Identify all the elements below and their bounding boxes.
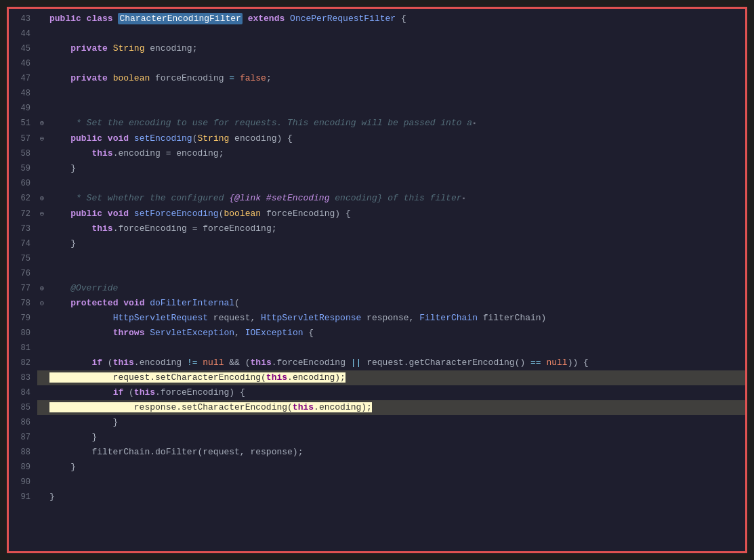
line-content — [47, 475, 745, 490]
code-line: 86 } — [9, 415, 745, 430]
code-line: 90 — [9, 475, 745, 490]
editor-container: 43public class CharacterEncodingFilter e… — [7, 7, 747, 553]
line-number: 48 — [9, 86, 37, 101]
token: request, — [208, 313, 261, 323]
line-content: this.forceEncoding = forceEncoding; — [47, 221, 745, 236]
line-number: 59 — [9, 161, 37, 176]
token: this — [293, 402, 314, 412]
fold-indicator — [37, 236, 47, 251]
line-number: 44 — [9, 26, 37, 41]
token — [49, 313, 113, 323]
line-content — [47, 26, 745, 41]
token: == — [530, 358, 541, 368]
token: || — [351, 358, 362, 368]
token — [49, 298, 70, 308]
line-content: } — [47, 460, 745, 475]
line-number: 77 — [9, 281, 37, 296]
line-content: } — [47, 415, 745, 430]
code-line: 43public class CharacterEncodingFilter e… — [9, 12, 745, 26]
fold-indicator — [37, 430, 47, 445]
line-number: 90 — [9, 475, 37, 490]
token: forceEncoding — [155, 73, 224, 83]
line-number: 72 — [9, 207, 37, 221]
fold-indicator — [37, 385, 47, 400]
token — [49, 328, 113, 338]
line-number: 85 — [9, 400, 37, 415]
line-number: 79 — [9, 311, 37, 326]
fold-indicator — [37, 56, 47, 71]
token: * Set whether the configured — [49, 193, 229, 203]
line-content: private boolean forceEncoding = false; — [47, 71, 745, 86]
line-content: response.setCharacterEncoding(this.encod… — [47, 400, 745, 415]
token: request.setCharacterEncoding( — [49, 372, 266, 383]
code-line: 88 filterChain.doFilter(request, respons… — [9, 445, 745, 460]
token: public — [49, 14, 87, 24]
line-number: 87 — [9, 430, 37, 445]
token: private — [70, 73, 112, 83]
code-line: 45 private String encoding; — [9, 41, 745, 56]
code-line: 77⊕ @Override — [9, 281, 745, 296]
token: FilterChain — [419, 313, 478, 323]
token: ▪ — [472, 120, 476, 127]
token: != — [187, 358, 198, 368]
token: null — [203, 358, 224, 368]
line-content: } — [47, 430, 745, 445]
token: && ( — [224, 358, 251, 368]
token — [49, 73, 70, 83]
fold-indicator[interactable]: ⊕ — [37, 116, 47, 131]
token: request.getCharacterEncoding() — [361, 358, 530, 368]
token: OncePerRequestFilter — [290, 14, 396, 24]
token: void — [123, 298, 150, 308]
fold-indicator — [37, 370, 47, 385]
code-line: 49 — [9, 101, 745, 116]
token: .forceEncoding — [272, 358, 351, 368]
code-line: 84 if (this.forceEncoding) { — [9, 385, 745, 400]
token: @Override — [49, 283, 118, 293]
line-content: protected void doFilterInternal( — [47, 296, 745, 311]
token: encoding) { — [229, 133, 293, 144]
token: throws — [113, 328, 150, 338]
line-number: 74 — [9, 236, 37, 251]
token: null — [546, 358, 567, 368]
line-number: 43 — [9, 12, 37, 26]
fold-indicator — [37, 311, 47, 326]
fold-indicator — [37, 71, 47, 86]
code-line: 87 } — [9, 430, 745, 445]
token: String — [197, 133, 229, 144]
code-line: 57⊖ public void setEncoding(String encod… — [9, 131, 745, 146]
line-content: public class CharacterEncodingFilter ext… — [47, 12, 745, 26]
line-content — [47, 251, 745, 266]
line-content: @Override — [47, 281, 745, 296]
fold-indicator[interactable]: ⊖ — [37, 207, 47, 221]
line-number: 84 — [9, 385, 37, 400]
token: filterChain) — [478, 313, 546, 323]
token: if — [113, 387, 124, 397]
fold-indicator[interactable]: ⊖ — [37, 131, 47, 146]
token: } — [49, 432, 97, 442]
fold-indicator — [37, 460, 47, 475]
code-line: 60 — [9, 176, 745, 191]
token: protected — [70, 298, 123, 308]
fold-indicator — [37, 26, 47, 41]
line-number: 91 — [9, 490, 37, 504]
fold-indicator — [37, 251, 47, 266]
token: ( — [123, 387, 134, 397]
token — [49, 358, 91, 368]
fold-indicator — [37, 86, 47, 101]
fold-indicator — [37, 101, 47, 116]
line-number: 80 — [9, 326, 37, 341]
fold-indicator[interactable]: ⊖ — [37, 296, 47, 311]
line-number: 57 — [9, 131, 37, 146]
fold-indicator — [37, 12, 47, 26]
fold-indicator[interactable]: ⊕ — [37, 281, 47, 296]
line-content — [47, 341, 745, 356]
token: { — [396, 14, 406, 24]
line-number: 62 — [9, 191, 37, 207]
token: } — [49, 238, 76, 249]
token: {@link #setEncoding — [229, 193, 329, 203]
line-number: 47 — [9, 71, 37, 86]
token: boolean — [224, 209, 266, 219]
code-line: 80 throws ServletException, IOException … — [9, 326, 745, 341]
fold-indicator — [37, 356, 47, 370]
fold-indicator[interactable]: ⊕ — [37, 191, 47, 207]
